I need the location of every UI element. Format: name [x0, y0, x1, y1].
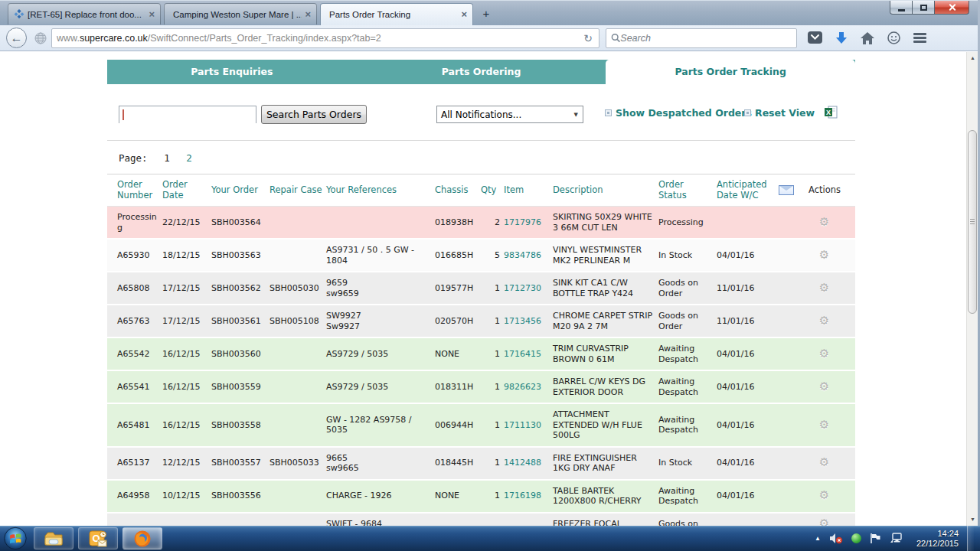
action-center-flag-icon[interactable]	[870, 533, 881, 544]
table-row: A6576317/12/15SBH003561SBH005108SW9927 S…	[107, 305, 855, 337]
browser-search-box[interactable]	[606, 28, 797, 48]
item-link[interactable]: 1713456	[504, 316, 541, 326]
taskbar-clock[interactable]: 14:24 22/12/2015	[916, 529, 959, 549]
url-bar[interactable]: www.supercare.co.uk/SwiftConnect/Parts_O…	[51, 28, 599, 48]
back-button[interactable]: ←	[6, 28, 27, 48]
search-parts-orders-button[interactable]: Search Parts Orders	[261, 105, 367, 124]
cell-item: 1711130	[504, 403, 553, 447]
show-desktop-button[interactable]	[967, 526, 974, 551]
gear-icon[interactable]: ⚙	[797, 250, 851, 261]
browser-tab-camping[interactable]: Camping Weston Super Mare | ... ×	[164, 3, 317, 24]
notifications-select[interactable]: All Notifications... ▼	[436, 106, 583, 123]
cell-chassis: 018445H	[435, 447, 481, 480]
tab-close-icon[interactable]: ×	[149, 10, 155, 19]
cell-order-date: 12/12/15	[162, 447, 211, 480]
cell-qty: 1	[481, 272, 504, 305]
item-link[interactable]: 1412488	[504, 458, 541, 468]
gear-icon[interactable]: ⚙	[797, 491, 851, 501]
outlook-icon: O	[89, 530, 107, 547]
item-link[interactable]: 1717976	[504, 217, 541, 227]
gear-icon[interactable]: ⚙	[797, 316, 851, 327]
column-header-repair-case: Repair Case	[270, 174, 326, 207]
cell-order-status: Awaiting Despatch	[658, 403, 717, 447]
gear-icon[interactable]: ⚙	[797, 420, 851, 431]
gear-icon[interactable]: ⚙	[797, 349, 851, 360]
volume-muted-icon[interactable]	[829, 533, 843, 544]
show-despatched-orders-link[interactable]: Show Despatched Orders	[605, 107, 752, 119]
gear-icon[interactable]: ⚙	[797, 519, 851, 527]
item-link[interactable]: 9826623	[504, 382, 541, 392]
cell-actions: ⚙	[797, 337, 855, 370]
vertical-scrollbar[interactable]: ▲ ▼	[966, 52, 978, 526]
cell-actions: ⚙	[797, 272, 855, 305]
chat-smiley-icon[interactable]	[887, 31, 900, 44]
scrollbar-grip	[970, 219, 975, 226]
menu-icon[interactable]	[913, 31, 926, 45]
page-label: Page:	[119, 152, 148, 164]
item-link[interactable]: 9834786	[504, 250, 541, 260]
cell-your-order	[211, 513, 270, 527]
tray-expand-icon[interactable]: ▲	[815, 535, 821, 542]
scrollbar-thumb[interactable]	[968, 130, 977, 314]
item-link[interactable]: 1711130	[504, 420, 541, 430]
taskbar-outlook-button[interactable]: O	[78, 527, 118, 549]
item-link[interactable]: 1716415	[504, 349, 541, 359]
tab-parts-ordering[interactable]: Parts Ordering	[357, 60, 606, 84]
gear-icon[interactable]: ⚙	[797, 382, 851, 393]
tab-parts-enquiries[interactable]: Parts Enquiries	[107, 60, 357, 84]
cell-chassis: NONE	[435, 480, 481, 513]
cell-order-number: Processing	[107, 207, 162, 240]
reload-icon[interactable]: ↻	[582, 32, 594, 44]
cell-order-status: Awaiting Despatch	[658, 337, 717, 370]
table-row: A6513712/12/15SBH003557SBH0050339665 sw9…	[107, 447, 855, 480]
scroll-up-icon[interactable]: ▲	[967, 52, 978, 64]
cell-chassis: 006944H	[435, 403, 481, 447]
home-icon[interactable]	[861, 32, 874, 44]
gear-icon[interactable]: ⚙	[797, 458, 851, 468]
presence-status-icon[interactable]	[851, 533, 861, 543]
cell-anticipated: 04/01/16	[717, 447, 797, 480]
maximize-button[interactable]	[913, 1, 935, 15]
item-link[interactable]: 1716198	[504, 491, 541, 500]
gear-icon[interactable]: ⚙	[797, 283, 851, 294]
cell-your-order: SBH003564	[211, 207, 270, 240]
minimize-button[interactable]	[890, 1, 913, 15]
cell-qty: 1	[481, 447, 504, 480]
cell-order-status: Goods on	[658, 513, 717, 527]
reset-view-link[interactable]: Reset View	[744, 107, 815, 119]
cell-your-references: CHARGE - 1926	[326, 480, 435, 513]
cell-order-status: Awaiting Despatch	[658, 370, 717, 403]
tab-parts-order-tracking[interactable]: Parts Order Tracking	[606, 60, 855, 84]
browser-tab-jira[interactable]: [RET-65] Replace front doo... ×	[8, 3, 161, 24]
page-number-current[interactable]: 1	[164, 152, 170, 164]
new-tab-button[interactable]: +	[476, 5, 496, 22]
column-header-qty: Qty	[481, 174, 504, 207]
cell-anticipated: 11/01/16	[717, 272, 797, 305]
start-button[interactable]	[2, 526, 29, 551]
page-number-link[interactable]: 2	[186, 152, 192, 164]
url-text: www.supercare.co.uk/SwiftConnect/Parts_O…	[57, 33, 582, 44]
network-icon[interactable]	[890, 533, 903, 544]
parts-search-input[interactable]	[119, 107, 256, 123]
cell-chassis: 020570H	[435, 305, 481, 337]
download-icon[interactable]	[835, 31, 848, 44]
cell-qty: 2	[481, 207, 504, 240]
scroll-down-icon[interactable]: ▼	[967, 514, 978, 526]
taskbar-explorer-button[interactable]	[34, 527, 74, 549]
tab-title: [RET-65] Replace front doo...	[28, 10, 145, 19]
browser-tab-parts-order-tracking[interactable]: Parts Order Tracking ×	[320, 3, 473, 25]
pocket-icon[interactable]	[808, 31, 822, 44]
mail-icon[interactable]	[779, 185, 794, 195]
chevron-down-icon: ▼	[574, 112, 583, 118]
taskbar-firefox-button[interactable]	[122, 527, 162, 549]
close-button[interactable]	[935, 1, 969, 15]
tab-close-icon[interactable]: ×	[461, 10, 467, 19]
cell-actions: ⚙	[797, 305, 855, 337]
export-excel-icon[interactable]: X	[825, 106, 838, 122]
cell-your-references	[326, 207, 435, 240]
cell-repair-case	[270, 370, 326, 403]
tab-close-icon[interactable]: ×	[305, 10, 311, 19]
gear-icon[interactable]: ⚙	[797, 217, 851, 228]
browser-search-input[interactable]	[620, 33, 792, 44]
item-link[interactable]: 1712730	[504, 283, 541, 293]
